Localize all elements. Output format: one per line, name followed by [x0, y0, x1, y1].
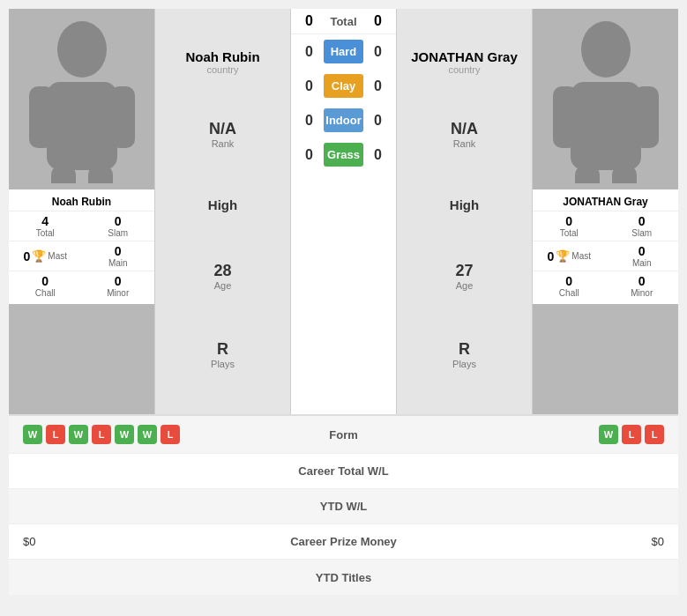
left-high-block: High — [208, 193, 237, 217]
right-age-label: Age — [455, 280, 473, 291]
right-name-block: JONATHAN Gray country — [411, 49, 518, 75]
form-badge-l: L — [622, 425, 641, 444]
form-badge-w: W — [599, 425, 618, 444]
svg-rect-4 — [51, 166, 76, 183]
svg-rect-8 — [553, 86, 578, 148]
left-plays-label: Plays — [211, 359, 235, 369]
total-vs-row: 0 Total 0 — [291, 9, 396, 34]
form-badge-l: L — [645, 425, 664, 444]
career-prize-row: $0 Career Prize Money $0 — [9, 524, 678, 560]
center-area: 0 Total 0 0 Hard 0 0 Clay 0 0 Indoor 0 — [291, 9, 396, 414]
right-rank-value: N/A — [451, 120, 478, 138]
left-main-label: Main — [84, 258, 153, 268]
grass-row: 0 Grass 0 — [291, 137, 396, 172]
left-plays-block: R Plays — [211, 336, 235, 374]
form-row: WLWLWWL Form WLL — [9, 416, 678, 454]
grass-right: 0 — [367, 147, 389, 163]
career-prize-label: Career Prize Money — [235, 535, 452, 548]
right-age-block: 27 Age — [455, 257, 473, 295]
total-right-score: 0 — [367, 13, 389, 29]
right-chall-value: 0 — [534, 274, 604, 288]
right-mast-cell: 0 🏆 Mast — [533, 241, 606, 271]
left-minor-label: Minor — [84, 288, 153, 298]
player-comparison-row: Noah Rubin 4 Total 0 Slam 0 🏆 — [9, 9, 678, 414]
right-minor-value: 0 — [608, 274, 677, 288]
left-high-value: High — [208, 197, 237, 212]
right-trophy-icon: 🏆 — [556, 249, 570, 263]
right-player-name: JONATHAN Gray — [411, 49, 518, 64]
total-label: Total — [320, 15, 367, 28]
hard-left: 0 — [298, 44, 320, 60]
left-age-label: Age — [213, 280, 231, 291]
left-age-block: 28 Age — [213, 257, 231, 295]
left-mast-value: 0 — [24, 249, 31, 263]
career-wl-label: Career Total W/L — [235, 464, 452, 478]
right-player-below: JONATHAN Gray 0 Total 0 Slam 0 🏆 — [533, 189, 678, 304]
form-badge-w: W — [138, 425, 157, 444]
form-badge-w: W — [69, 425, 88, 444]
right-plays-block: R Plays — [452, 336, 476, 374]
left-total-label: Total — [11, 228, 80, 238]
left-total-cell: 4 Total — [9, 211, 82, 241]
svg-rect-5 — [88, 166, 113, 183]
main-container: Noah Rubin 4 Total 0 Slam 0 🏆 — [9, 9, 678, 595]
left-avatar-image — [9, 9, 154, 189]
svg-rect-3 — [110, 86, 135, 148]
left-chall-label: Chall — [11, 288, 80, 298]
svg-rect-9 — [634, 86, 659, 148]
clay-row: 0 Clay 0 — [291, 69, 396, 103]
left-form-badges: WLWLWWL — [23, 425, 235, 444]
right-mast-value: 0 — [548, 249, 555, 263]
right-total-cell: 0 Total — [533, 211, 606, 241]
left-avatar-box: Noah Rubin 4 Total 0 Slam 0 🏆 — [9, 9, 154, 414]
right-main-cell: 0 Main — [606, 241, 679, 271]
ytd-wl-row: YTD W/L — [9, 489, 678, 524]
svg-rect-2 — [29, 86, 54, 148]
indoor-right: 0 — [367, 113, 389, 129]
hard-row: 0 Hard 0 — [291, 34, 396, 69]
right-avatar-image — [533, 9, 678, 189]
form-badges-right: WLL — [452, 425, 664, 444]
indoor-row: 0 Indoor 0 — [291, 103, 396, 137]
hard-btn: Hard — [324, 40, 363, 63]
form-badges-left: WLWLWWL — [23, 425, 235, 444]
right-avatar-box: JONATHAN Gray 0 Total 0 Slam 0 🏆 — [533, 9, 678, 414]
left-name-block: Noah Rubin country — [185, 49, 259, 75]
svg-point-0 — [57, 21, 107, 78]
ytd-titles-label: YTD Titles — [235, 571, 452, 584]
svg-rect-1 — [47, 82, 117, 170]
clay-right: 0 — [367, 78, 389, 94]
ytd-wl-label: YTD W/L — [235, 500, 452, 513]
left-mast-label: Mast — [48, 251, 67, 261]
right-minor-label: Minor — [608, 288, 677, 298]
form-badge-w: W — [23, 425, 42, 444]
right-plays-label: Plays — [452, 359, 476, 369]
left-player-name: Noah Rubin — [185, 49, 259, 64]
left-rank-value: N/A — [209, 120, 236, 138]
left-trophy-icon: 🏆 — [32, 249, 46, 263]
indoor-btn: Indoor — [324, 108, 363, 132]
right-main-value: 0 — [608, 244, 677, 258]
svg-point-6 — [581, 21, 631, 78]
left-mast-cell: 0 🏆 Mast — [9, 241, 82, 271]
left-stats-grid: 4 Total 0 Slam 0 🏆 Mast — [9, 211, 154, 301]
right-age-value: 27 — [455, 262, 473, 280]
left-minor-cell: 0 Minor — [82, 271, 155, 301]
left-plays-value: R — [211, 340, 235, 359]
bottom-stats: WLWLWWL Form WLL Career Total W/L YTD W/… — [9, 414, 678, 595]
right-plays-value: R — [452, 340, 476, 359]
left-slam-label: Slam — [84, 228, 153, 238]
right-main-label: Main — [608, 258, 677, 268]
right-form-badges: WLL — [452, 425, 664, 444]
left-slam-value: 0 — [84, 214, 153, 228]
form-label: Form — [235, 428, 452, 442]
right-slam-value: 0 — [608, 214, 677, 228]
left-chall-value: 0 — [11, 274, 80, 288]
svg-rect-11 — [612, 166, 637, 183]
right-total-label: Total — [534, 228, 604, 238]
svg-rect-7 — [571, 82, 641, 170]
grass-left: 0 — [298, 147, 320, 163]
clay-btn: Clay — [324, 74, 363, 98]
form-badge-w: W — [115, 425, 134, 444]
left-rank-block: N/A Rank — [209, 115, 236, 153]
